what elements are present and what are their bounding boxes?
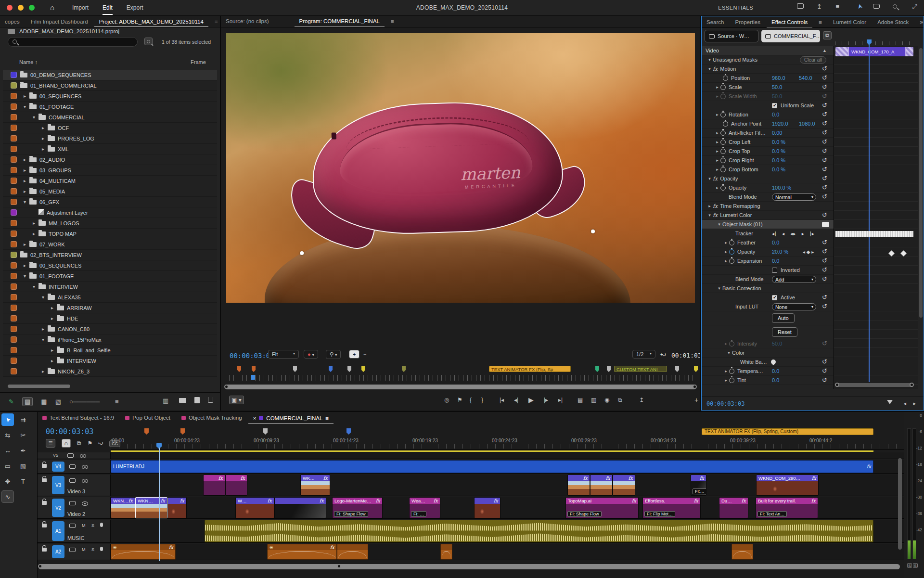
reset-parameter-icon[interactable]: ↺ (822, 304, 827, 309)
chevron-icon[interactable]: ▾ (706, 213, 713, 218)
parameter-value[interactable]: 0.0 % (772, 139, 785, 145)
close-icon[interactable]: × (253, 415, 257, 421)
chevron-icon[interactable]: ▾ (706, 57, 713, 62)
bin-label[interactable]: MM_LOGOS (49, 220, 79, 226)
step-back-icon[interactable]: ◂| (514, 397, 518, 403)
video-clip[interactable]: TopoMap.aifx FI: Shape Flow (565, 497, 639, 518)
video-clip[interactable]: WKN…fx (135, 497, 167, 518)
linked-selection-icon[interactable]: ⧉ (77, 440, 81, 447)
parameter-label[interactable]: Lumetri Color (720, 212, 752, 218)
bin-row[interactable]: ▾ INTERVIEW (3, 282, 217, 292)
tab-source-monitor[interactable]: Source: (no clips) (221, 16, 273, 26)
label-color-chip[interactable] (11, 135, 17, 141)
sequence-tab[interactable]: × COMMERCIAL_FINAL ≡ (248, 413, 334, 424)
tab-adobe-stock[interactable]: Adobe Stock (873, 17, 913, 27)
source-clip-pill[interactable]: Source · W… (705, 30, 758, 42)
fullscreen-icon[interactable]: ⤢ (912, 3, 917, 11)
effect-row[interactable]: fx Inverted ▾ ↺ (702, 266, 834, 275)
sequence-tab[interactable]: Object Mask Tracking (177, 413, 247, 423)
bin-label[interactable]: HDE (67, 316, 78, 321)
parameter-label[interactable]: Inverted (781, 267, 800, 273)
chevron-icon[interactable]: ▸ (714, 167, 720, 172)
effect-row[interactable]: fx Active ▾ ↺ (702, 293, 834, 302)
bin-row[interactable]: ▾ 02_BTS_INTERVIEW (3, 250, 217, 260)
bin-label[interactable]: XML (58, 146, 69, 152)
lock-icon[interactable] (42, 548, 47, 552)
parameter-label[interactable]: Expansion (737, 258, 762, 264)
expand-chevron-icon[interactable]: ▸ (49, 316, 55, 321)
mute-button[interactable]: M (82, 523, 86, 528)
bin-label[interactable]: PRORES_LOG (58, 136, 94, 141)
hamburger-menu-icon[interactable]: ≡ (835, 3, 839, 10)
chevron-icon[interactable]: ▸ (706, 204, 713, 208)
bin-row[interactable]: ▾ 01_FOOTAGE (3, 271, 217, 282)
parameter-label[interactable]: Feather (737, 240, 756, 245)
reset-parameter-icon[interactable]: ↺ (822, 66, 827, 72)
mic-icon[interactable] (100, 523, 103, 527)
reset-parameter-icon[interactable]: ↺ (822, 93, 827, 99)
export-media-icon[interactable]: ↥ (639, 397, 644, 403)
monitor-playhead[interactable] (251, 375, 255, 380)
parameter-value[interactable]: 100.0 % (772, 185, 791, 191)
video-clip[interactable]: fx (613, 475, 635, 496)
parameter-label[interactable]: Unassigned Masks (713, 57, 757, 63)
bin-row[interactable]: ▸ MM_LOGOS (3, 218, 217, 229)
lift-icon[interactable]: ▤ (578, 397, 583, 403)
expand-chevron-icon[interactable]: ▾ (22, 104, 28, 109)
expand-chevron-icon[interactable]: ▸ (22, 263, 28, 268)
effect-row[interactable]: ▸ fx Opacity 20.0 % ▾ ◂ ◆ ▸ ↺ (702, 247, 834, 257)
expand-chevron-icon[interactable]: ▾ (40, 337, 46, 342)
parameter-label[interactable]: Uniform Scale (781, 103, 814, 108)
chevron-icon[interactable]: ▸ (714, 85, 720, 90)
parameter-label[interactable]: Video (706, 48, 719, 53)
chevron-icon[interactable]: ▸ (714, 149, 720, 154)
parameter-value[interactable]: 50.0 (772, 341, 782, 347)
parameter-label[interactable]: Active (781, 295, 795, 300)
expand-chevron-icon[interactable]: ▸ (40, 136, 46, 141)
sequence-tab[interactable]: Text Behind Subject - 16:9 (38, 413, 119, 423)
stopwatch-icon[interactable] (729, 240, 734, 245)
lock-icon[interactable] (42, 478, 47, 482)
label-color-chip[interactable] (11, 188, 17, 194)
video-clip[interactable]: WKN…fx (111, 497, 135, 518)
parameter-label[interactable]: Time Remapping (720, 203, 760, 209)
parameter-value[interactable]: 0.0 % (772, 167, 785, 172)
stopwatch-icon[interactable] (720, 185, 726, 191)
monitor-mini-ruler[interactable] (225, 375, 696, 381)
label-color-chip[interactable] (11, 82, 17, 89)
reset-parameter-icon[interactable]: ↺ (822, 295, 827, 300)
label-color-chip[interactable] (11, 146, 17, 152)
dropdown[interactable]: None▾ (772, 303, 816, 310)
filter-funnel-icon[interactable] (887, 400, 893, 407)
effect-row[interactable]: ▸ fx Crop Top 0.0 % ▾ ↺ (702, 147, 834, 156)
effect-row[interactable]: fx ▾ Auto ↺ (702, 311, 834, 325)
parameter-value[interactable]: 0.0 % (772, 148, 785, 154)
timeline-timecode[interactable]: 00:00:03:03 (46, 427, 93, 436)
slip-tool[interactable]: ↔ (1, 444, 14, 457)
label-color-chip[interactable] (11, 72, 17, 78)
video-clip[interactable]: WKND_COM_290…fx (756, 475, 819, 496)
video-clip[interactable]: fx (167, 497, 187, 518)
keyframe-diamond[interactable] (888, 250, 895, 257)
lock-icon[interactable] (42, 524, 47, 527)
stopwatch-icon[interactable] (720, 140, 726, 145)
step-forward-icon[interactable]: |▸ (544, 397, 548, 403)
bin-row[interactable]: ▾ iPhone_15ProMax (3, 334, 217, 345)
effect-row[interactable]: fx Input LUT None▾ ↺ (702, 302, 834, 311)
timeline-settings-wrench-icon[interactable]: ⚳ (98, 441, 104, 446)
reset-parameter-icon[interactable]: ↺ (822, 368, 827, 374)
parameter-value[interactable]: 50.0 (772, 93, 782, 99)
solo-right-button[interactable]: S (913, 563, 918, 568)
video-clip[interactable]: Wea…fx FI: … (409, 497, 440, 518)
share-icon[interactable]: ↥ (817, 3, 822, 10)
freeform-view-icon[interactable]: ▧ (55, 398, 61, 405)
bin-row[interactable]: ▸ B_Roll_and_Selfie (3, 345, 217, 356)
tab-overflow-icon[interactable]: » (915, 16, 924, 27)
mask-control-point[interactable] (300, 251, 304, 255)
marker-span[interactable]: CUSTOM TEXT ANI (614, 366, 667, 372)
label-color-chip[interactable] (11, 156, 17, 163)
label-color-chip[interactable] (11, 220, 17, 226)
effect-row[interactable]: ▸ fx Anti-flicker Fil… 0.00 ▾ ↺ (702, 128, 834, 138)
bin-row[interactable]: ▸ 05_MEDIA (3, 186, 217, 197)
mic-icon[interactable] (100, 547, 103, 551)
